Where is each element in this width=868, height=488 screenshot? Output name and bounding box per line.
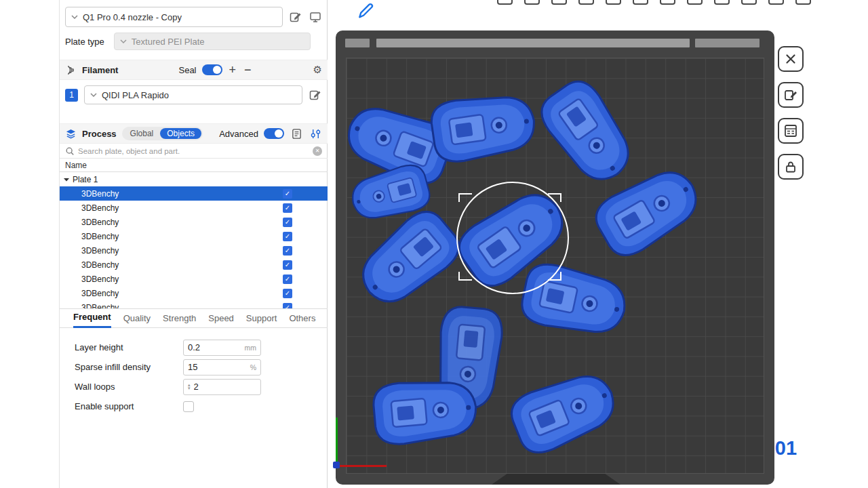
tree-row-3dbenchy[interactable]: 3DBenchy ✓ (60, 258, 328, 272)
plate-type-label: Plate type (65, 37, 104, 47)
tree-row-3dbenchy[interactable]: 3DBenchy ✓ (60, 229, 328, 243)
enable-support-checkbox[interactable] (183, 401, 194, 412)
visibility-checkbox[interactable]: ✓ (283, 246, 292, 256)
toolbar-icon[interactable] (633, 0, 648, 5)
y-axis-indicator (336, 418, 338, 466)
tree-row-3dbenchy[interactable]: 3DBenchy ✓ (60, 186, 328, 201)
tab-frequent[interactable]: Frequent (73, 309, 111, 328)
wall-loops-value[interactable] (194, 382, 241, 392)
tab-support[interactable]: Support (246, 310, 277, 327)
toolbar-icon[interactable] (497, 0, 513, 5)
plate-marker-strip (376, 39, 690, 47)
toolbar-icon[interactable] (660, 0, 675, 5)
filament-select[interactable]: QIDI PLA Rapido (84, 85, 302, 104)
tab-speed[interactable]: Speed (208, 310, 234, 327)
plate-node-label: Plate 1 (73, 175, 98, 184)
tree-row-3dbenchy[interactable]: 3DBenchy ✓ (60, 272, 328, 286)
visibility-checkbox[interactable]: ✓ (283, 289, 292, 298)
slicer-app: Q1 Pro 0.4 nozzle - Copy Plate type Text… (0, 0, 868, 488)
infill-density-input[interactable]: % (183, 359, 261, 375)
tree-header: Name (60, 159, 328, 172)
filament-settings-gear-icon[interactable]: ⚙ (313, 64, 322, 76)
object-label: 3DBenchy (81, 246, 119, 256)
plate-number: 01 (770, 437, 802, 460)
visibility-checkbox[interactable]: ✓ (283, 303, 292, 310)
visibility-checkbox[interactable]: ✓ (283, 274, 292, 284)
visibility-checkbox[interactable]: ✓ (283, 232, 292, 241)
toolbar-icon[interactable] (524, 0, 540, 5)
toolbar-icon[interactable] (795, 0, 811, 5)
build-plate[interactable] (336, 30, 774, 485)
printer-select[interactable]: Q1 Pro 0.4 nozzle - Copy (65, 7, 283, 27)
form-list-icon (783, 123, 798, 138)
tree-header-name: Name (65, 161, 87, 170)
tab-quality[interactable]: Quality (123, 310, 151, 327)
advanced-label: Advanced (219, 129, 258, 139)
delete-plate-button[interactable] (778, 46, 804, 72)
visibility-checkbox[interactable]: ✓ (283, 260, 292, 270)
chevron-down-icon (90, 93, 97, 97)
search-input[interactable] (78, 147, 309, 155)
wall-loops-stepper[interactable]: ▴▾ (183, 379, 261, 395)
infill-density-value[interactable] (188, 362, 235, 372)
printer-monitor-icon[interactable] (309, 10, 322, 24)
edit-pencil-icon[interactable] (356, 1, 375, 22)
tab-others[interactable]: Others (289, 310, 315, 327)
toolbar-icon[interactable] (687, 0, 703, 5)
add-filament-button[interactable]: + (228, 64, 238, 76)
edit-filament-icon[interactable] (309, 88, 322, 102)
tree-row-3dbenchy[interactable]: 3DBenchy ✓ (60, 243, 328, 258)
toolbar-icon[interactable] (606, 0, 621, 5)
tree-row-3dbenchy[interactable]: 3DBenchy ✓ (60, 300, 328, 309)
viewport-3d[interactable]: 01 (328, 0, 868, 488)
global-segment[interactable]: Global (123, 128, 161, 139)
axis-origin-indicator (333, 462, 340, 468)
toolbar-icon[interactable] (768, 0, 784, 5)
object-label: 3DBenchy (81, 218, 119, 227)
printer-row: Q1 Pro 0.4 nozzle - Copy (60, 0, 328, 31)
wall-loops-label: Wall loops (75, 382, 183, 392)
printer-select-value: Q1 Pro 0.4 nozzle - Copy (83, 12, 182, 22)
filament-select-value: QIDI PLA Rapido (102, 90, 169, 100)
chevron-down-icon[interactable] (64, 178, 70, 182)
lock-plate-button[interactable] (778, 154, 804, 180)
tree-row-3dbenchy[interactable]: 3DBenchy ✓ (60, 215, 328, 229)
plate-type-select[interactable]: Textured PEI Plate (114, 33, 311, 50)
toolbar-icon[interactable] (741, 0, 757, 5)
remove-filament-button[interactable]: − (243, 64, 253, 76)
plate-settings-button[interactable] (778, 118, 804, 144)
panel-gutter (0, 0, 60, 488)
process-list-icon[interactable] (290, 127, 303, 140)
plate-type-row: Plate type Textured PEI Plate (60, 31, 328, 52)
tree-row-plate[interactable]: Plate 1 (60, 172, 328, 186)
visibility-checkbox[interactable]: ✓ (283, 218, 292, 227)
tree-row-3dbenchy[interactable]: 3DBenchy ✓ (60, 201, 328, 215)
process-params-icon[interactable] (309, 127, 322, 140)
visibility-checkbox[interactable]: ✓ (283, 189, 292, 199)
toolbar-icon[interactable] (551, 0, 567, 5)
plate-marker-strip (695, 39, 760, 47)
left-panel: Q1 Pro 0.4 nozzle - Copy Plate type Text… (0, 0, 328, 488)
layer-height-input[interactable]: mm (183, 340, 261, 356)
objects-segment[interactable]: Objects (160, 128, 201, 139)
x-axis-indicator (336, 465, 387, 467)
toolbar-icon[interactable] (578, 0, 594, 5)
seal-toggle[interactable] (202, 64, 222, 75)
edit-printer-icon[interactable] (289, 10, 302, 24)
filament-spool-icon (65, 64, 77, 76)
chevron-down-icon (71, 15, 78, 19)
clear-search-icon[interactable]: ✕ (313, 146, 322, 156)
advanced-toggle[interactable] (264, 128, 284, 139)
tree-row-3dbenchy[interactable]: 3DBenchy ✓ (60, 286, 328, 300)
chevron-down-icon (120, 39, 127, 43)
process-section-title: Process (82, 129, 117, 139)
stepper-arrows-icon[interactable]: ▴▾ (188, 384, 191, 390)
auto-orient-button[interactable] (778, 82, 804, 108)
plate-type-value: Textured PEI Plate (132, 37, 205, 47)
param-wall-loops: Wall loops ▴▾ (60, 377, 328, 396)
toolbar-icon[interactable] (714, 0, 730, 5)
visibility-checkbox[interactable]: ✓ (283, 203, 292, 213)
object-label: 3DBenchy (81, 260, 119, 270)
tab-strength[interactable]: Strength (163, 310, 196, 327)
layer-height-value[interactable] (188, 342, 235, 352)
